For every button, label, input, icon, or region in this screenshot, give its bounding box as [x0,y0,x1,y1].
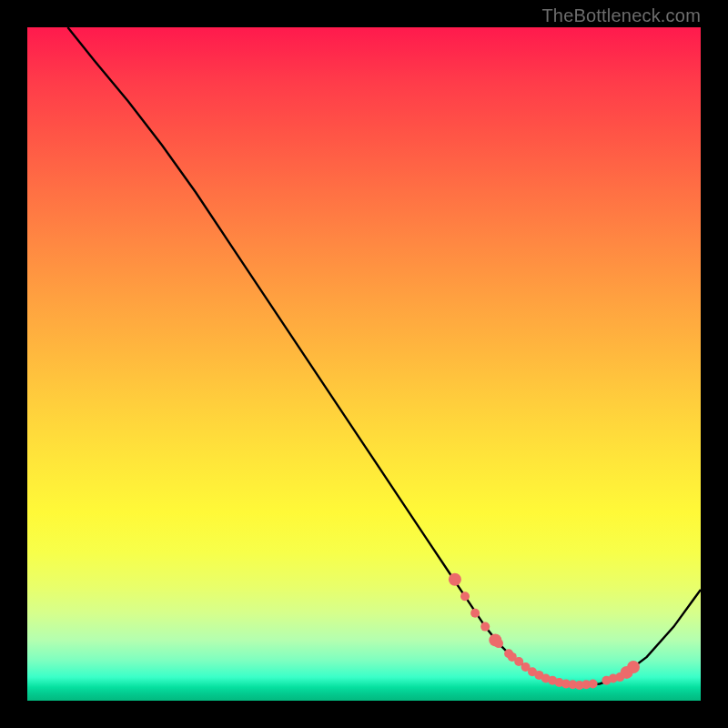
marker-dot [480,622,490,632]
chart-svg [27,27,701,701]
marker-dot [449,573,461,586]
chart-frame: TheBottleneck.com [0,0,728,728]
marker-dot [589,680,598,689]
watermark-text: TheBottleneck.com [541,5,701,26]
marker-dot [494,639,503,648]
marker-dot [460,592,470,601]
curve-markers [449,573,640,690]
marker-dot [627,661,640,673]
plot-area [27,27,701,701]
bottleneck-curve [67,27,701,685]
marker-dot [470,609,480,618]
